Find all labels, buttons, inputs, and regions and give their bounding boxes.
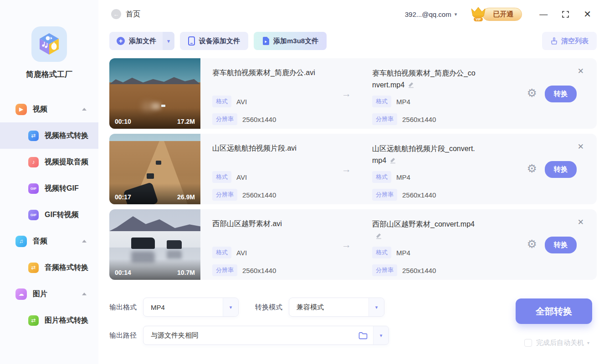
convert-button[interactable]: 转换 <box>545 86 577 102</box>
duration-badge: 00:17 <box>115 193 131 201</box>
convert-all-button[interactable]: 全部转换 <box>516 298 592 324</box>
edit-filename-icon[interactable] <box>407 80 415 92</box>
convert-button[interactable]: 转换 <box>545 161 577 178</box>
add-file-dropdown-button[interactable]: ▾ <box>163 32 174 50</box>
browse-folder-button[interactable] <box>358 326 373 344</box>
output-resolution: 2560x1440 <box>402 191 436 199</box>
video-thumbnail[interactable]: 00:14 10.7M <box>109 209 200 280</box>
sidebar-nav: ▶ 视频 ⇄ 视频格式转换 ♪ 视频提取音频 GIF 视频转GIF GIF GI… <box>0 96 98 334</box>
video-thumbnail[interactable]: 00:17 26.9M <box>109 134 200 204</box>
clear-list-button[interactable]: 清空列表 <box>542 32 597 50</box>
file-list: 00:10 17.2M 赛车航拍视频素材_简鹿办公.avi 格式AVI 分辨率2… <box>98 50 604 280</box>
resolution-label: 分辨率 <box>212 113 237 125</box>
sidebar-item-video-to-gif[interactable]: GIF 视频转GIF <box>0 175 98 202</box>
output-format: MP4 <box>396 249 410 257</box>
video-convert-icon: ⇄ <box>28 131 39 141</box>
sidebar-item-image-convert[interactable]: ⇄ 图片格式转换 <box>0 307 98 334</box>
audio-icon: ♫ <box>15 236 27 247</box>
add-m3u8-button[interactable]: 添加m3u8文件 <box>254 32 327 50</box>
chevron-down-icon: ▾ <box>223 298 238 316</box>
settings-gear-icon[interactable]: ⚙ <box>527 87 537 99</box>
collapse-up-icon[interactable] <box>82 108 87 111</box>
output-format: MP4 <box>396 98 410 106</box>
output-resolution: 2560x1440 <box>402 267 436 274</box>
sidebar-item-video-extract-audio[interactable]: ♪ 视频提取音频 <box>0 149 98 175</box>
source-filename: 赛车航拍视频素材_简鹿办公.avi <box>212 67 342 96</box>
back-button[interactable]: ← <box>111 9 121 19</box>
filesize-badge: 10.7M <box>177 269 195 276</box>
format-label: 格式 <box>212 96 231 107</box>
chevron-down-icon: ▾ <box>369 298 384 316</box>
remove-file-icon[interactable]: ✕ <box>578 66 584 76</box>
source-resolution: 2560x1440 <box>242 267 276 274</box>
source-format: AVI <box>236 98 247 106</box>
folder-icon <box>358 332 368 339</box>
vip-badge[interactable]: VIP 已开通 <box>469 6 522 22</box>
auto-shutdown-toggle[interactable]: 完成后自动关机 ▾ <box>524 339 589 347</box>
maximize-button[interactable] <box>562 11 569 18</box>
extract-audio-icon: ♪ <box>28 157 39 167</box>
sidebar-group-video[interactable]: ▶ 视频 <box>0 96 98 122</box>
app-name: 简鹿格式工厂 <box>26 69 72 80</box>
plus-icon: + <box>117 37 125 45</box>
output-format-label: 输出格式 <box>109 303 137 312</box>
app-logo-icon <box>31 26 67 62</box>
output-path-input[interactable]: 与源文件夹相同 ▾ <box>143 326 389 345</box>
chevron-down-icon: ▾ <box>587 340 589 345</box>
source-resolution: 2560x1440 <box>242 116 276 123</box>
svg-text:VIP: VIP <box>476 18 481 21</box>
video-to-gif-icon: GIF <box>28 183 39 194</box>
collapse-up-icon[interactable] <box>82 240 87 243</box>
convert-mode-select[interactable]: 兼容模式 ▾ <box>289 298 384 317</box>
file-row: 00:14 10.7M 西部山区越野素材.avi 格式AVI 分辨率2560x1… <box>109 209 597 280</box>
source-filename: 西部山区越野素材.avi <box>212 218 342 247</box>
remove-file-icon[interactable]: ✕ <box>578 142 584 152</box>
image-icon: ☁ <box>15 288 27 300</box>
sidebar-group-audio[interactable]: ♫ 音频 <box>0 228 98 254</box>
duration-badge: 00:10 <box>115 118 131 125</box>
auto-shutdown-checkbox[interactable] <box>524 339 532 347</box>
add-file-button[interactable]: + 添加文件 <box>109 32 163 50</box>
maximize-icon <box>562 11 569 18</box>
arrow-right-icon: → <box>342 164 351 175</box>
video-icon: ▶ <box>15 104 27 115</box>
source-format: AVI <box>236 173 247 181</box>
chevron-down-icon: ▾ <box>455 11 457 17</box>
account-menu[interactable]: 392...@qq.com ▾ <box>405 10 457 18</box>
convert-mode-label: 转换模式 <box>255 303 282 312</box>
main-area: ← 首页 392...@qq.com ▾ VIP 已开通 — ✕ <box>98 0 604 364</box>
filesize-badge: 17.2M <box>177 118 195 125</box>
audio-convert-icon: ⇄ <box>28 263 39 273</box>
sidebar-item-video-convert[interactable]: ⇄ 视频格式转换 <box>0 122 98 149</box>
arrow-right-icon: → <box>342 88 351 99</box>
sidebar-group-image[interactable]: ☁ 图片 <box>0 281 98 307</box>
vip-status: 已开通 <box>482 8 522 21</box>
broom-icon <box>550 37 558 45</box>
convert-button[interactable]: 转换 <box>545 237 577 253</box>
sidebar: 简鹿格式工厂 ▶ 视频 ⇄ 视频格式转换 ♪ 视频提取音频 GIF 视频转GIF… <box>0 0 98 364</box>
sidebar-item-audio-convert[interactable]: ⇄ 音频格式转换 <box>0 254 98 281</box>
window-controls: — ✕ <box>539 10 591 19</box>
vip-crown-icon: VIP <box>469 6 488 22</box>
output-path-label: 输出路径 <box>109 331 137 340</box>
edit-filename-icon[interactable] <box>375 231 382 243</box>
remove-file-icon[interactable]: ✕ <box>578 217 584 227</box>
video-thumbnail[interactable]: 00:10 17.2M <box>109 58 200 129</box>
output-format-select[interactable]: MP4 ▾ <box>143 298 239 317</box>
collapse-up-icon[interactable] <box>82 293 87 295</box>
close-window-button[interactable]: ✕ <box>584 10 591 19</box>
source-resolution: 2560x1440 <box>242 191 276 199</box>
output-filename: 山区远航航拍视频片段_convert.mp4 <box>372 143 478 171</box>
edit-filename-icon[interactable] <box>389 156 396 167</box>
video-file-icon <box>262 37 269 45</box>
footer-panel: 输出格式 MP4 ▾ 转换模式 兼容模式 ▾ 输出路径 与源文件夹相同 ▾ <box>98 285 604 345</box>
settings-gear-icon[interactable]: ⚙ <box>527 163 537 174</box>
path-dropdown-button[interactable]: ▾ <box>373 326 389 344</box>
source-filename: 山区远航航拍视频片段.avi <box>212 143 342 171</box>
settings-gear-icon[interactable]: ⚙ <box>527 238 537 250</box>
titlebar: ← 首页 392...@qq.com ▾ VIP 已开通 — ✕ <box>98 0 604 28</box>
file-row: 00:17 26.9M 山区远航航拍视频片段.avi 格式AVI 分辨率2560… <box>109 134 597 204</box>
sidebar-item-gif-to-video[interactable]: GIF GIF转视频 <box>0 202 98 228</box>
minimize-button[interactable]: — <box>539 10 548 18</box>
add-from-device-button[interactable]: 设备添加文件 <box>180 32 248 50</box>
